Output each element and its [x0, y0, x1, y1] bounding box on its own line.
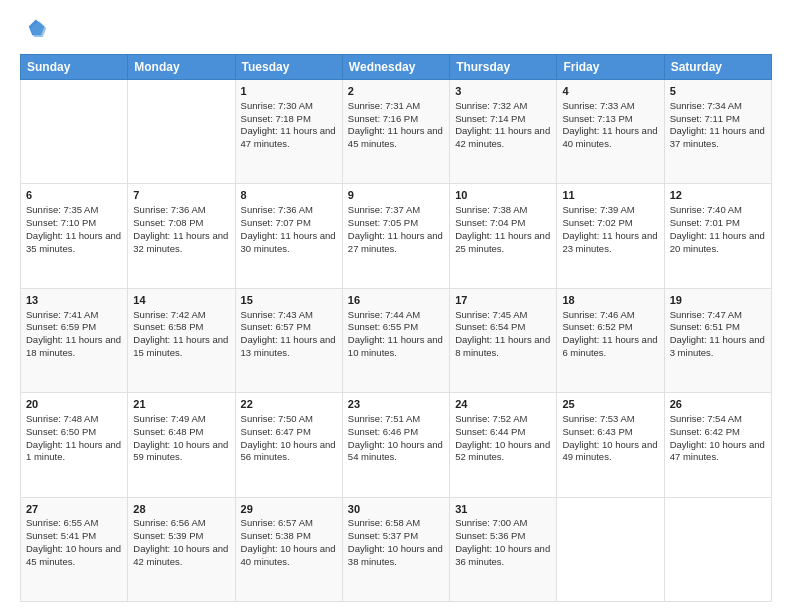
- calendar-cell: 24Sunrise: 7:52 AMSunset: 6:44 PMDayligh…: [450, 393, 557, 497]
- calendar-cell: 1Sunrise: 7:30 AMSunset: 7:18 PMDaylight…: [235, 80, 342, 184]
- calendar-table: SundayMondayTuesdayWednesdayThursdayFrid…: [20, 54, 772, 602]
- day-number: 16: [348, 293, 444, 308]
- calendar-header-row: SundayMondayTuesdayWednesdayThursdayFrid…: [21, 55, 772, 80]
- day-number: 4: [562, 84, 658, 99]
- calendar-cell: 9Sunrise: 7:37 AMSunset: 7:05 PMDaylight…: [342, 184, 449, 288]
- calendar-cell: [557, 497, 664, 601]
- calendar-cell: 11Sunrise: 7:39 AMSunset: 7:02 PMDayligh…: [557, 184, 664, 288]
- calendar-cell: 12Sunrise: 7:40 AMSunset: 7:01 PMDayligh…: [664, 184, 771, 288]
- day-number: 8: [241, 188, 337, 203]
- calendar-cell: 25Sunrise: 7:53 AMSunset: 6:43 PMDayligh…: [557, 393, 664, 497]
- calendar-week-row: 13Sunrise: 7:41 AMSunset: 6:59 PMDayligh…: [21, 288, 772, 392]
- day-number: 26: [670, 397, 766, 412]
- calendar-day-header: Saturday: [664, 55, 771, 80]
- day-number: 18: [562, 293, 658, 308]
- calendar-day-header: Tuesday: [235, 55, 342, 80]
- day-number: 2: [348, 84, 444, 99]
- calendar-cell: 4Sunrise: 7:33 AMSunset: 7:13 PMDaylight…: [557, 80, 664, 184]
- logo-icon: [20, 16, 48, 44]
- day-number: 30: [348, 502, 444, 517]
- logo: [20, 16, 52, 44]
- calendar-cell: 28Sunrise: 6:56 AMSunset: 5:39 PMDayligh…: [128, 497, 235, 601]
- calendar-cell: 23Sunrise: 7:51 AMSunset: 6:46 PMDayligh…: [342, 393, 449, 497]
- calendar-week-row: 27Sunrise: 6:55 AMSunset: 5:41 PMDayligh…: [21, 497, 772, 601]
- day-number: 29: [241, 502, 337, 517]
- calendar-cell: 7Sunrise: 7:36 AMSunset: 7:08 PMDaylight…: [128, 184, 235, 288]
- day-number: 25: [562, 397, 658, 412]
- calendar-cell: 17Sunrise: 7:45 AMSunset: 6:54 PMDayligh…: [450, 288, 557, 392]
- day-number: 31: [455, 502, 551, 517]
- calendar-cell: [664, 497, 771, 601]
- calendar-cell: 18Sunrise: 7:46 AMSunset: 6:52 PMDayligh…: [557, 288, 664, 392]
- calendar-cell: 8Sunrise: 7:36 AMSunset: 7:07 PMDaylight…: [235, 184, 342, 288]
- calendar-cell: 3Sunrise: 7:32 AMSunset: 7:14 PMDaylight…: [450, 80, 557, 184]
- day-number: 3: [455, 84, 551, 99]
- day-number: 10: [455, 188, 551, 203]
- calendar-day-header: Thursday: [450, 55, 557, 80]
- day-number: 13: [26, 293, 122, 308]
- day-number: 21: [133, 397, 229, 412]
- calendar-cell: 10Sunrise: 7:38 AMSunset: 7:04 PMDayligh…: [450, 184, 557, 288]
- calendar-cell: 16Sunrise: 7:44 AMSunset: 6:55 PMDayligh…: [342, 288, 449, 392]
- calendar-week-row: 20Sunrise: 7:48 AMSunset: 6:50 PMDayligh…: [21, 393, 772, 497]
- calendar-cell: 30Sunrise: 6:58 AMSunset: 5:37 PMDayligh…: [342, 497, 449, 601]
- calendar-cell: 27Sunrise: 6:55 AMSunset: 5:41 PMDayligh…: [21, 497, 128, 601]
- calendar-cell: 15Sunrise: 7:43 AMSunset: 6:57 PMDayligh…: [235, 288, 342, 392]
- calendar-day-header: Friday: [557, 55, 664, 80]
- day-number: 11: [562, 188, 658, 203]
- calendar-cell: 20Sunrise: 7:48 AMSunset: 6:50 PMDayligh…: [21, 393, 128, 497]
- day-number: 19: [670, 293, 766, 308]
- calendar-cell: 14Sunrise: 7:42 AMSunset: 6:58 PMDayligh…: [128, 288, 235, 392]
- header: [20, 16, 772, 44]
- calendar-cell: [21, 80, 128, 184]
- calendar-day-header: Sunday: [21, 55, 128, 80]
- calendar-week-row: 1Sunrise: 7:30 AMSunset: 7:18 PMDaylight…: [21, 80, 772, 184]
- calendar-cell: 2Sunrise: 7:31 AMSunset: 7:16 PMDaylight…: [342, 80, 449, 184]
- day-number: 15: [241, 293, 337, 308]
- calendar-cell: 13Sunrise: 7:41 AMSunset: 6:59 PMDayligh…: [21, 288, 128, 392]
- calendar-cell: 31Sunrise: 7:00 AMSunset: 5:36 PMDayligh…: [450, 497, 557, 601]
- calendar-cell: 26Sunrise: 7:54 AMSunset: 6:42 PMDayligh…: [664, 393, 771, 497]
- day-number: 23: [348, 397, 444, 412]
- day-number: 22: [241, 397, 337, 412]
- calendar-cell: 21Sunrise: 7:49 AMSunset: 6:48 PMDayligh…: [128, 393, 235, 497]
- day-number: 7: [133, 188, 229, 203]
- calendar-cell: 22Sunrise: 7:50 AMSunset: 6:47 PMDayligh…: [235, 393, 342, 497]
- day-number: 1: [241, 84, 337, 99]
- page: SundayMondayTuesdayWednesdayThursdayFrid…: [0, 0, 792, 612]
- calendar-cell: 29Sunrise: 6:57 AMSunset: 5:38 PMDayligh…: [235, 497, 342, 601]
- calendar-cell: 19Sunrise: 7:47 AMSunset: 6:51 PMDayligh…: [664, 288, 771, 392]
- calendar-cell: [128, 80, 235, 184]
- day-number: 20: [26, 397, 122, 412]
- calendar-day-header: Monday: [128, 55, 235, 80]
- day-number: 17: [455, 293, 551, 308]
- day-number: 12: [670, 188, 766, 203]
- day-number: 14: [133, 293, 229, 308]
- calendar-week-row: 6Sunrise: 7:35 AMSunset: 7:10 PMDaylight…: [21, 184, 772, 288]
- calendar-cell: 6Sunrise: 7:35 AMSunset: 7:10 PMDaylight…: [21, 184, 128, 288]
- calendar-cell: 5Sunrise: 7:34 AMSunset: 7:11 PMDaylight…: [664, 80, 771, 184]
- day-number: 6: [26, 188, 122, 203]
- day-number: 27: [26, 502, 122, 517]
- day-number: 28: [133, 502, 229, 517]
- day-number: 24: [455, 397, 551, 412]
- day-number: 5: [670, 84, 766, 99]
- day-number: 9: [348, 188, 444, 203]
- calendar-day-header: Wednesday: [342, 55, 449, 80]
